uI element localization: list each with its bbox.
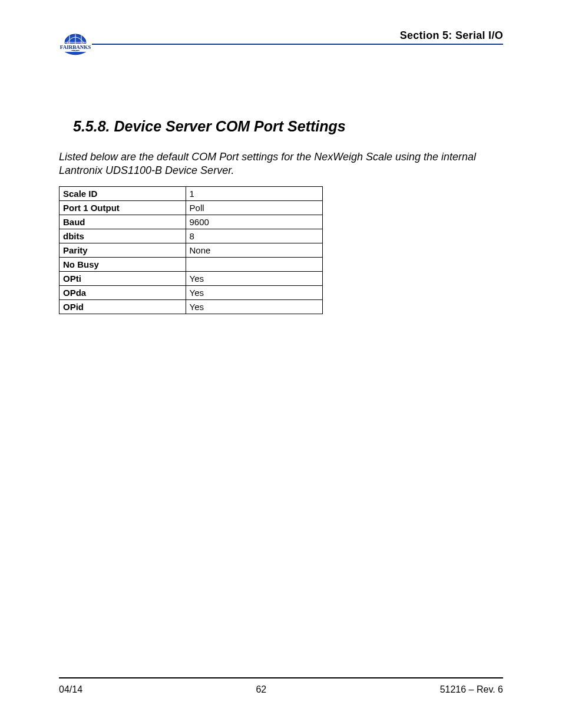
setting-value: Yes [186, 285, 322, 299]
section-title: Section 5: Serial I/O [400, 29, 503, 42]
setting-value [186, 257, 322, 271]
setting-label: dbits [59, 229, 186, 243]
setting-label: OPda [59, 285, 186, 299]
table-row: OPtiYes [59, 271, 323, 285]
setting-label: OPti [59, 271, 186, 285]
setting-label: Scale ID [59, 186, 186, 200]
svg-text:FAIRBANKS: FAIRBANKS [60, 44, 91, 50]
footer-page-number: 62 [256, 684, 266, 695]
table-row: No Busy [59, 257, 323, 271]
setting-value: None [186, 243, 322, 257]
fairbanks-logo: FAIRBANKS [59, 33, 92, 59]
header-rule [92, 44, 503, 45]
table-row: ParityNone [59, 243, 323, 257]
table-row: OPdaYes [59, 285, 323, 299]
footer-rule [59, 677, 503, 678]
table-row: Baud9600 [59, 215, 323, 229]
setting-value: Yes [186, 299, 322, 314]
setting-value: 9600 [186, 215, 322, 229]
setting-label: Port 1 Output [59, 200, 186, 215]
setting-value: 1 [186, 186, 322, 200]
table-row: dbits8 [59, 229, 323, 243]
table-row: OPidYes [59, 299, 323, 314]
setting-label: Baud [59, 215, 186, 229]
setting-label: OPid [59, 299, 186, 314]
heading-device-server-com-port-settings: 5.5.8. Device Server COM Port Settings [73, 118, 503, 135]
table-row: Port 1 OutputPoll [59, 200, 323, 215]
setting-value: Poll [186, 200, 322, 215]
intro-text: Listed below are the default COM Port se… [59, 150, 503, 178]
setting-label: No Busy [59, 257, 186, 271]
setting-label: Parity [59, 243, 186, 257]
setting-value: 8 [186, 229, 322, 243]
table-row: Scale ID1 [59, 186, 323, 200]
setting-value: Yes [186, 271, 322, 285]
footer-date: 04/14 [59, 684, 82, 695]
footer-doc-rev: 51216 – Rev. 6 [440, 684, 503, 695]
com-port-settings-table: Scale ID1Port 1 OutputPollBaud9600dbits8… [59, 186, 323, 314]
